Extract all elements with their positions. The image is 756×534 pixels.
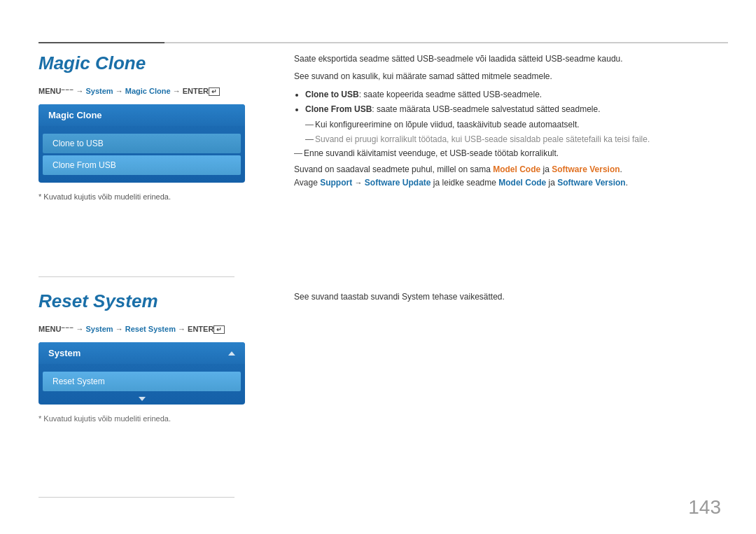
panel-spacer-bottom bbox=[38, 177, 245, 183]
emphasis1-mid: ja bbox=[540, 164, 552, 174]
emphasis2-sw-update: Software Update bbox=[365, 178, 431, 188]
reset-enter-icon: ↵ bbox=[214, 325, 225, 334]
bullet-item-2: Clone From USB: saate määrata USB-seadme… bbox=[305, 102, 728, 116]
emphasis2-post: . bbox=[626, 178, 628, 188]
reset-arrow2: → bbox=[115, 325, 125, 333]
emphasis1-sw: Software Version bbox=[552, 164, 620, 174]
arrow2: → bbox=[115, 87, 125, 95]
reset-menu-label: MENU bbox=[38, 325, 61, 333]
arrow1: → bbox=[76, 87, 85, 95]
panel-header: Magic Clone bbox=[38, 104, 245, 126]
emphasis2-mid: ja leidke seadme bbox=[431, 178, 499, 188]
top-decorative-line bbox=[38, 42, 728, 43]
clone-from-usb-text: : saate määrata USB-seadmele salvestatud… bbox=[372, 104, 600, 114]
reset-panel-header: System bbox=[38, 342, 245, 364]
emphasis2-arrow: → bbox=[355, 178, 363, 187]
magic-clone-note: * Kuvatud kujutis võib mudeliti erineda. bbox=[38, 192, 710, 201]
dash-item-1-text: Kui konfigureerimine on lõpule viidud, t… bbox=[315, 120, 580, 129]
arrow-down-icon bbox=[139, 397, 146, 401]
enter-icon: ↵ bbox=[209, 87, 220, 96]
emphasis2-mid2: ja bbox=[546, 178, 557, 188]
dash-standalone: Enne suvandi käivitamist veenduge, et US… bbox=[294, 146, 728, 160]
reset-system-text: See suvand taastab suvandi System tehase… bbox=[294, 290, 728, 304]
reset-panel-spacer bbox=[38, 364, 245, 370]
dash-list: Kui konfigureerimine on lõpule viidud, t… bbox=[305, 118, 728, 146]
menu-label: MENU bbox=[38, 87, 61, 95]
magic-clone-nav-label: Magic Clone bbox=[125, 87, 171, 95]
section-divider bbox=[38, 276, 234, 277]
reset-arrow1: → bbox=[76, 325, 85, 333]
reset-panel-footer bbox=[38, 393, 245, 405]
magic-clone-panel: Magic Clone Clone to USB Clone From USB bbox=[38, 104, 245, 183]
magic-clone-intro1: Saate eksportida seadme sätted USB-seadm… bbox=[294, 52, 728, 66]
magic-clone-intro2: See suvand on kasulik, kui määrate samad… bbox=[294, 70, 728, 83]
clone-from-usb-item[interactable]: Clone From USB bbox=[43, 155, 241, 175]
reset-system-nav-label: System bbox=[86, 325, 113, 333]
emphasis-line-2: Avage Support → Software Update ja leidk… bbox=[294, 178, 728, 188]
arrow-up-icon bbox=[228, 351, 235, 356]
enter-label: ENTER bbox=[183, 87, 209, 95]
reset-enter-label: ENTER bbox=[188, 325, 214, 333]
reset-arrow3: → bbox=[178, 325, 188, 333]
reset-system-right-content: See suvand taastab suvandi System tehase… bbox=[294, 290, 728, 308]
page-container: Magic Clone MENU⁻⁻⁻ → System → Magic Clo… bbox=[0, 0, 756, 534]
emphasis1-pre: Suvand on saadaval seadmete puhul, mille… bbox=[294, 164, 493, 174]
emphasis2-model: Model Code bbox=[498, 178, 546, 188]
clone-to-usb-bold: Clone to USB bbox=[305, 90, 359, 99]
reset-system-note: * Kuvatud kujutis võib mudeliti erineda. bbox=[38, 414, 710, 423]
reset-system-menu-path: MENU⁻⁻⁻ → System → Reset System → ENTER↵ bbox=[38, 325, 710, 334]
emphasis2-sw: Software Version bbox=[557, 178, 625, 188]
arrow3: → bbox=[173, 87, 183, 95]
reset-system-item[interactable]: Reset System bbox=[43, 372, 241, 391]
emphasis1-post: . bbox=[620, 164, 622, 174]
dash-standalone-text: Enne suvandi käivitamist veenduge, et US… bbox=[304, 148, 559, 158]
dash-item-2: Suvand ei pruugi korralikult töötada, ku… bbox=[305, 132, 728, 146]
bullet-item-1: Clone to USB: saate kopeerida seadme sät… bbox=[305, 87, 728, 101]
dash-item-1: Kui konfigureerimine on lõpule viidud, t… bbox=[305, 118, 728, 132]
reset-menu-icon: ⁻⁻⁻ bbox=[61, 325, 74, 333]
magic-clone-right-content: Saate eksportida seadme sätted USB-seadm… bbox=[294, 52, 728, 188]
emphasis1-model: Model Code bbox=[493, 164, 540, 174]
menu-icon: ⁻⁻⁻ bbox=[61, 87, 74, 95]
panel-spacer bbox=[38, 126, 245, 132]
clone-to-usb-item[interactable]: Clone to USB bbox=[43, 134, 241, 153]
clone-from-usb-bold: Clone From USB bbox=[305, 104, 372, 114]
reset-system-panel: System Reset System bbox=[38, 342, 245, 405]
bullet-list: Clone to USB: saate kopeerida seadme sät… bbox=[305, 87, 728, 116]
reset-system-section: Reset System MENU⁻⁻⁻ → System → Reset Sy… bbox=[38, 290, 710, 423]
clone-to-usb-text: : saate kopeerida seadme sätted USB-sead… bbox=[359, 90, 542, 99]
reset-system-nav-highlight: Reset System bbox=[125, 325, 176, 333]
page-number: 143 bbox=[688, 496, 721, 519]
emphasis2-pre: Avage bbox=[294, 178, 320, 188]
section-divider-2 bbox=[38, 497, 234, 498]
emphasis-line-1: Suvand on saadaval seadmete puhul, mille… bbox=[294, 164, 728, 174]
dash-item-2-text: Suvand ei pruugi korralikult töötada, ku… bbox=[315, 134, 650, 144]
system-label: System bbox=[86, 87, 113, 95]
reset-panel-title: System bbox=[48, 348, 80, 358]
emphasis2-support: Support bbox=[320, 178, 352, 188]
